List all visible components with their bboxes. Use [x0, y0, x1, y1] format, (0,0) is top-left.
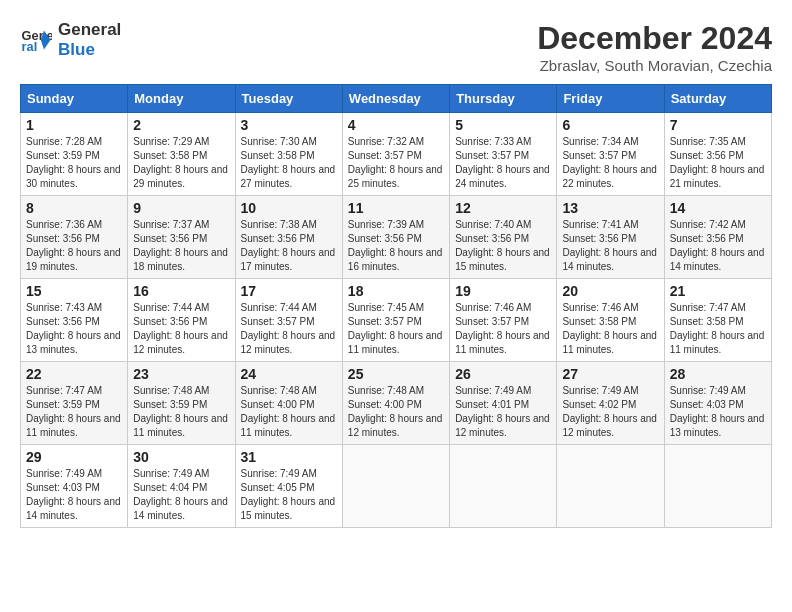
logo-icon: Gene ral — [20, 24, 52, 56]
day-info: Sunrise: 7:48 AMSunset: 4:00 PMDaylight:… — [241, 385, 336, 438]
day-number: 9 — [133, 200, 229, 216]
calendar-cell: 16 Sunrise: 7:44 AMSunset: 3:56 PMDaylig… — [128, 279, 235, 362]
day-number: 22 — [26, 366, 122, 382]
day-info: Sunrise: 7:35 AMSunset: 3:56 PMDaylight:… — [670, 136, 765, 189]
calendar-cell: 22 Sunrise: 7:47 AMSunset: 3:59 PMDaylig… — [21, 362, 128, 445]
day-info: Sunrise: 7:34 AMSunset: 3:57 PMDaylight:… — [562, 136, 657, 189]
day-number: 16 — [133, 283, 229, 299]
day-info: Sunrise: 7:46 AMSunset: 3:58 PMDaylight:… — [562, 302, 657, 355]
calendar-cell: 17 Sunrise: 7:44 AMSunset: 3:57 PMDaylig… — [235, 279, 342, 362]
day-info: Sunrise: 7:36 AMSunset: 3:56 PMDaylight:… — [26, 219, 121, 272]
day-info: Sunrise: 7:43 AMSunset: 3:56 PMDaylight:… — [26, 302, 121, 355]
week-row-5: 29 Sunrise: 7:49 AMSunset: 4:03 PMDaylig… — [21, 445, 772, 528]
day-number: 10 — [241, 200, 337, 216]
day-number: 18 — [348, 283, 444, 299]
calendar-cell: 24 Sunrise: 7:48 AMSunset: 4:00 PMDaylig… — [235, 362, 342, 445]
day-number: 30 — [133, 449, 229, 465]
calendar-table: SundayMondayTuesdayWednesdayThursdayFrid… — [20, 84, 772, 528]
week-row-3: 15 Sunrise: 7:43 AMSunset: 3:56 PMDaylig… — [21, 279, 772, 362]
calendar-cell: 12 Sunrise: 7:40 AMSunset: 3:56 PMDaylig… — [450, 196, 557, 279]
day-info: Sunrise: 7:37 AMSunset: 3:56 PMDaylight:… — [133, 219, 228, 272]
day-number: 14 — [670, 200, 766, 216]
calendar-cell: 27 Sunrise: 7:49 AMSunset: 4:02 PMDaylig… — [557, 362, 664, 445]
day-info: Sunrise: 7:33 AMSunset: 3:57 PMDaylight:… — [455, 136, 550, 189]
day-number: 20 — [562, 283, 658, 299]
day-number: 11 — [348, 200, 444, 216]
day-info: Sunrise: 7:47 AMSunset: 3:59 PMDaylight:… — [26, 385, 121, 438]
calendar-cell: 8 Sunrise: 7:36 AMSunset: 3:56 PMDayligh… — [21, 196, 128, 279]
day-info: Sunrise: 7:48 AMSunset: 4:00 PMDaylight:… — [348, 385, 443, 438]
calendar-cell: 21 Sunrise: 7:47 AMSunset: 3:58 PMDaylig… — [664, 279, 771, 362]
day-number: 17 — [241, 283, 337, 299]
calendar-cell: 9 Sunrise: 7:37 AMSunset: 3:56 PMDayligh… — [128, 196, 235, 279]
day-info: Sunrise: 7:28 AMSunset: 3:59 PMDaylight:… — [26, 136, 121, 189]
day-number: 21 — [670, 283, 766, 299]
day-info: Sunrise: 7:48 AMSunset: 3:59 PMDaylight:… — [133, 385, 228, 438]
weekday-header-friday: Friday — [557, 85, 664, 113]
calendar-cell: 29 Sunrise: 7:49 AMSunset: 4:03 PMDaylig… — [21, 445, 128, 528]
day-number: 6 — [562, 117, 658, 133]
calendar-cell: 30 Sunrise: 7:49 AMSunset: 4:04 PMDaylig… — [128, 445, 235, 528]
weekday-header-thursday: Thursday — [450, 85, 557, 113]
calendar-cell: 31 Sunrise: 7:49 AMSunset: 4:05 PMDaylig… — [235, 445, 342, 528]
calendar-cell — [342, 445, 449, 528]
day-number: 24 — [241, 366, 337, 382]
calendar-cell: 26 Sunrise: 7:49 AMSunset: 4:01 PMDaylig… — [450, 362, 557, 445]
day-info: Sunrise: 7:29 AMSunset: 3:58 PMDaylight:… — [133, 136, 228, 189]
calendar-cell: 25 Sunrise: 7:48 AMSunset: 4:00 PMDaylig… — [342, 362, 449, 445]
calendar-cell: 13 Sunrise: 7:41 AMSunset: 3:56 PMDaylig… — [557, 196, 664, 279]
calendar-cell: 6 Sunrise: 7:34 AMSunset: 3:57 PMDayligh… — [557, 113, 664, 196]
calendar-cell: 3 Sunrise: 7:30 AMSunset: 3:58 PMDayligh… — [235, 113, 342, 196]
day-info: Sunrise: 7:46 AMSunset: 3:57 PMDaylight:… — [455, 302, 550, 355]
location-title: Zbraslav, South Moravian, Czechia — [537, 57, 772, 74]
day-info: Sunrise: 7:44 AMSunset: 3:57 PMDaylight:… — [241, 302, 336, 355]
calendar-cell: 15 Sunrise: 7:43 AMSunset: 3:56 PMDaylig… — [21, 279, 128, 362]
day-number: 26 — [455, 366, 551, 382]
day-number: 15 — [26, 283, 122, 299]
day-info: Sunrise: 7:45 AMSunset: 3:57 PMDaylight:… — [348, 302, 443, 355]
day-info: Sunrise: 7:30 AMSunset: 3:58 PMDaylight:… — [241, 136, 336, 189]
day-info: Sunrise: 7:32 AMSunset: 3:57 PMDaylight:… — [348, 136, 443, 189]
day-number: 28 — [670, 366, 766, 382]
weekday-header-row: SundayMondayTuesdayWednesdayThursdayFrid… — [21, 85, 772, 113]
day-number: 29 — [26, 449, 122, 465]
logo: Gene ral General Blue — [20, 20, 121, 59]
calendar-cell — [664, 445, 771, 528]
day-info: Sunrise: 7:47 AMSunset: 3:58 PMDaylight:… — [670, 302, 765, 355]
calendar-cell: 10 Sunrise: 7:38 AMSunset: 3:56 PMDaylig… — [235, 196, 342, 279]
day-info: Sunrise: 7:49 AMSunset: 4:03 PMDaylight:… — [670, 385, 765, 438]
day-info: Sunrise: 7:38 AMSunset: 3:56 PMDaylight:… — [241, 219, 336, 272]
day-number: 23 — [133, 366, 229, 382]
day-number: 13 — [562, 200, 658, 216]
weekday-header-wednesday: Wednesday — [342, 85, 449, 113]
calendar-cell — [450, 445, 557, 528]
day-info: Sunrise: 7:49 AMSunset: 4:03 PMDaylight:… — [26, 468, 121, 521]
weekday-header-sunday: Sunday — [21, 85, 128, 113]
day-info: Sunrise: 7:49 AMSunset: 4:05 PMDaylight:… — [241, 468, 336, 521]
day-number: 7 — [670, 117, 766, 133]
day-info: Sunrise: 7:44 AMSunset: 3:56 PMDaylight:… — [133, 302, 228, 355]
day-number: 27 — [562, 366, 658, 382]
calendar-cell: 1 Sunrise: 7:28 AMSunset: 3:59 PMDayligh… — [21, 113, 128, 196]
day-info: Sunrise: 7:49 AMSunset: 4:04 PMDaylight:… — [133, 468, 228, 521]
logo-line2: Blue — [58, 40, 121, 60]
calendar-cell: 23 Sunrise: 7:48 AMSunset: 3:59 PMDaylig… — [128, 362, 235, 445]
calendar-cell: 4 Sunrise: 7:32 AMSunset: 3:57 PMDayligh… — [342, 113, 449, 196]
calendar-cell: 2 Sunrise: 7:29 AMSunset: 3:58 PMDayligh… — [128, 113, 235, 196]
calendar-cell: 14 Sunrise: 7:42 AMSunset: 3:56 PMDaylig… — [664, 196, 771, 279]
day-number: 25 — [348, 366, 444, 382]
weekday-header-saturday: Saturday — [664, 85, 771, 113]
week-row-4: 22 Sunrise: 7:47 AMSunset: 3:59 PMDaylig… — [21, 362, 772, 445]
calendar-cell: 5 Sunrise: 7:33 AMSunset: 3:57 PMDayligh… — [450, 113, 557, 196]
calendar-cell: 18 Sunrise: 7:45 AMSunset: 3:57 PMDaylig… — [342, 279, 449, 362]
calendar-cell: 7 Sunrise: 7:35 AMSunset: 3:56 PMDayligh… — [664, 113, 771, 196]
day-number: 4 — [348, 117, 444, 133]
day-info: Sunrise: 7:40 AMSunset: 3:56 PMDaylight:… — [455, 219, 550, 272]
calendar-cell: 11 Sunrise: 7:39 AMSunset: 3:56 PMDaylig… — [342, 196, 449, 279]
day-info: Sunrise: 7:42 AMSunset: 3:56 PMDaylight:… — [670, 219, 765, 272]
logo-line1: General — [58, 20, 121, 40]
day-info: Sunrise: 7:49 AMSunset: 4:02 PMDaylight:… — [562, 385, 657, 438]
day-number: 3 — [241, 117, 337, 133]
day-info: Sunrise: 7:49 AMSunset: 4:01 PMDaylight:… — [455, 385, 550, 438]
week-row-1: 1 Sunrise: 7:28 AMSunset: 3:59 PMDayligh… — [21, 113, 772, 196]
